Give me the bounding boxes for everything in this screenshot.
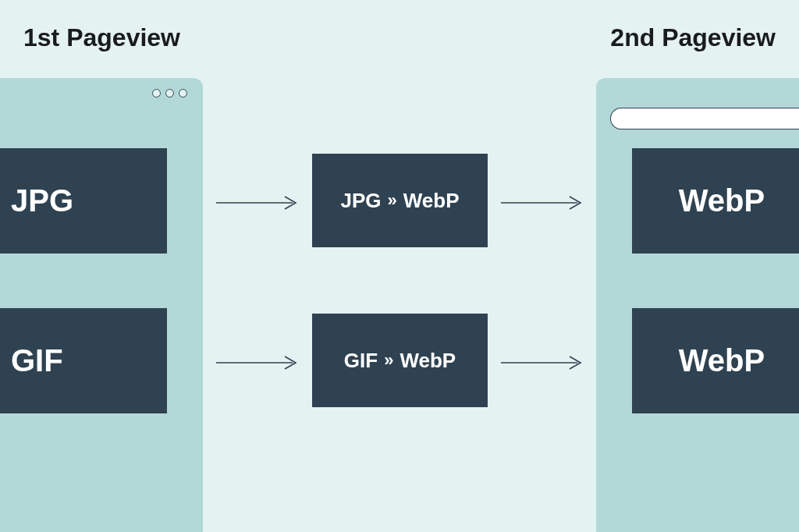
window-dot-icon xyxy=(179,89,187,98)
arrow-icon xyxy=(215,355,300,371)
tile-result-webp-1: WebP xyxy=(632,148,799,254)
browser-window-first: JPG GIF xyxy=(0,78,203,532)
browser-address-bar xyxy=(610,108,799,129)
tile-result-webp-2: WebP xyxy=(632,308,799,413)
heading-second-pageview: 2nd Pageview xyxy=(610,23,776,52)
arrow-icon xyxy=(499,195,585,211)
browser-window-second: WebP WebP xyxy=(596,78,799,532)
arrow-icon xyxy=(499,355,585,371)
convert-to-label: WebP xyxy=(403,189,460,213)
chevron-right-icon: » xyxy=(388,190,392,211)
window-controls xyxy=(152,89,187,98)
tile-convert-jpg-webp: JPG » WebP xyxy=(312,154,488,247)
convert-from-label: GIF xyxy=(344,349,378,373)
heading-first-pageview: 1st Pageview xyxy=(23,23,180,52)
chevron-right-icon: » xyxy=(384,350,389,371)
convert-from-label: JPG xyxy=(340,189,381,213)
convert-to-label: WebP xyxy=(400,349,456,373)
window-dot-icon xyxy=(152,89,161,98)
window-dot-icon xyxy=(165,89,174,98)
tile-source-jpg: JPG xyxy=(0,148,167,254)
tile-source-gif: GIF xyxy=(0,308,167,413)
tile-convert-gif-webp: GIF » WebP xyxy=(312,314,488,407)
arrow-icon xyxy=(215,195,300,211)
